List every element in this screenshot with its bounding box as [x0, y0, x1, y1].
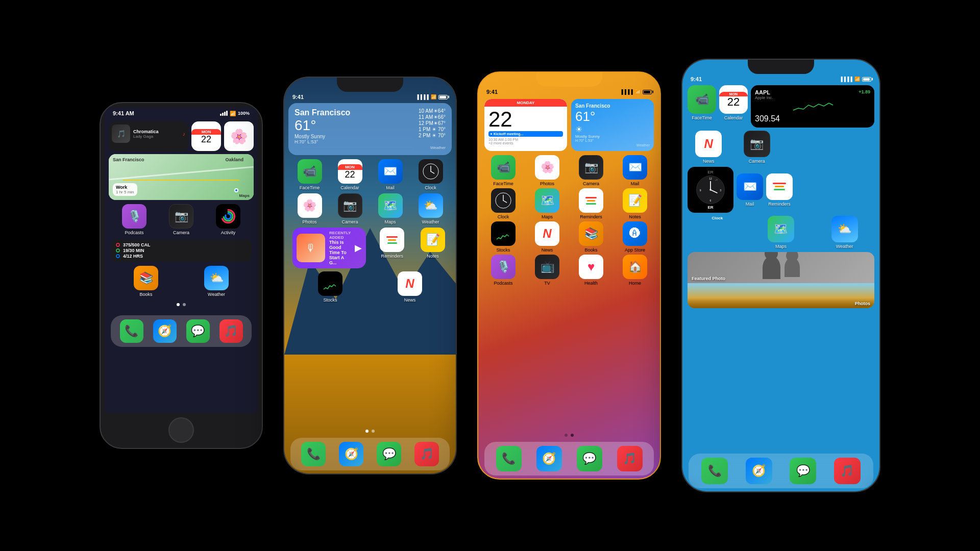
xr-weather-widget[interactable]: San Francisco 61° Mostly Sunny H:70° L:5… — [288, 103, 452, 155]
pro-stocks-widget[interactable]: AAPL Apple Inc. +1.89 309.54 — [751, 85, 874, 128]
p12-home[interactable]: 🏠 Home — [616, 255, 654, 286]
p12-appstore[interactable]: 🅐 App Store — [616, 221, 654, 253]
p12-tv[interactable]: 📺 TV — [528, 255, 566, 286]
se-camera-icon: 📷 — [169, 204, 193, 229]
se-music-widget: 🎵 Chromatica Lady Gaga ♪ — [109, 121, 188, 151]
pro-weather-app[interactable]: ⛅ Weather — [815, 216, 874, 249]
se-dock-safari[interactable]: 🧭 — [153, 319, 177, 343]
p12-notes-label: Notes — [629, 214, 641, 219]
xr-facetime[interactable]: 📹 FaceTime — [292, 159, 327, 190]
p12-stocks[interactable]: Stocks — [484, 221, 522, 253]
pro-facetime[interactable]: 📹 FaceTime — [688, 85, 716, 128]
p12-cal-day: 22 — [488, 109, 563, 130]
se-activity-details: 375/500 CAL 19/30 MIN 4/12 HRS — [111, 239, 252, 262]
xr-maps[interactable]: 🗺️ Maps — [373, 193, 407, 224]
xr-stocks[interactable]: Stocks — [292, 271, 368, 303]
se-dock-phone[interactable]: 📞 — [120, 319, 143, 343]
pro-dock-music[interactable]: 🎵 — [834, 458, 861, 484]
pro-photos-widget[interactable]: Featured Photo Photos — [688, 252, 874, 308]
p12-facetime[interactable]: 📹 FaceTime — [484, 155, 522, 186]
xr-clock[interactable]: Clock — [413, 159, 448, 190]
xr-notes[interactable]: 📝 Notes — [414, 228, 452, 259]
se-dock-music[interactable]: 🎵 — [219, 319, 243, 343]
pro-dock-safari[interactable]: 🧭 — [746, 458, 772, 484]
iphone-xr: 9:41 ▐▐▐▐ 📶 San Francisco 61° Mostly Sun… — [283, 77, 457, 474]
xr-weather-left: San Francisco 61° Mostly Sunny H:70° L:5… — [295, 108, 350, 144]
pro-news[interactable]: N News — [688, 131, 730, 164]
xr-dock-phone[interactable]: 📞 — [301, 442, 326, 466]
svg-point-19 — [709, 189, 711, 190]
xr-music-icon: 🎵 — [414, 442, 439, 466]
xr-podcast-widget[interactable]: 🎙 RECENTLY ADDED This Is Good Time To St… — [292, 228, 366, 268]
xr-safari-icon: 🧭 — [339, 442, 363, 466]
p12-podcasts[interactable]: 🎙️ Podcasts — [484, 255, 522, 286]
p12-mail[interactable]: ✉️ Mail — [616, 155, 654, 186]
p12-camera[interactable]: 📷 Camera — [572, 155, 610, 186]
xr-maps-icon: 🗺️ — [378, 193, 403, 218]
xr-mail[interactable]: ✉️ Mail — [373, 159, 407, 190]
xr-weather-label: Weather — [295, 145, 446, 150]
se-cal-header: MON — [191, 129, 221, 135]
pro-maps-app[interactable]: 🗺️ Maps — [751, 216, 811, 249]
se-podcasts-app[interactable]: 🎙️ Podcasts — [113, 204, 156, 235]
p12-news[interactable]: N News — [528, 221, 566, 253]
pro-reminders-icon — [766, 173, 793, 200]
pro-reminders-app[interactable]: Reminders — [766, 167, 793, 213]
p12-books[interactable]: 📚 Books — [572, 221, 610, 253]
se-map-label: Maps — [239, 193, 250, 198]
se-activity-rings-svg — [220, 208, 236, 224]
se-dock-messages[interactable]: 💬 — [186, 319, 210, 343]
p12-reminders[interactable]: Reminders — [572, 188, 610, 219]
xr-calendar[interactable]: MON 22 Calendar — [333, 159, 367, 190]
p12-stocks-label: Stocks — [496, 247, 510, 253]
p12-mail-label: Mail — [631, 181, 640, 186]
p12-status-icons: ▐▐▐▐ 📶 — [620, 89, 652, 94]
xr-reminders[interactable]: Reminders — [373, 228, 411, 259]
p12-safari-icon: 🧭 — [536, 446, 562, 471]
p12-notes-icon: 📝 — [623, 188, 647, 213]
pro-mail-app[interactable]: ✉️ Mail — [737, 167, 763, 213]
p12-cal-widget[interactable]: MONDAY 22 Kickoff meeting... 10:30 AM-1:… — [484, 99, 567, 151]
p12-appstore-icon: 🅐 — [623, 221, 647, 246]
xr-news[interactable]: N News — [372, 271, 448, 303]
xr-dock-safari[interactable]: 🧭 — [339, 442, 363, 466]
pro-clock-app[interactable]: Clock — [688, 216, 747, 249]
se-weather-app[interactable]: ⛅ Weather — [183, 266, 250, 297]
pro-weather-icon: ⛅ — [831, 216, 858, 242]
xr-photos[interactable]: 🌸 Photos — [292, 193, 327, 224]
p12-dock-music[interactable]: 🎵 — [617, 446, 643, 471]
pro-calendar[interactable]: MON 22 Calendar — [719, 85, 748, 128]
xr-dock-messages[interactable]: 💬 — [377, 442, 401, 466]
p12-dock-phone[interactable]: 📞 — [496, 446, 522, 471]
se-activity-min: 19/30 MIN — [116, 248, 247, 253]
xr-camera[interactable]: 📷 Camera — [333, 193, 367, 224]
pro-dock-phone[interactable]: 📞 — [701, 458, 728, 484]
p12-reminders-label: Reminders — [580, 214, 602, 219]
se-activity-widget[interactable]: Activity — [207, 204, 250, 235]
p12-podcasts-icon: 🎙️ — [491, 255, 516, 279]
p12-dock-messages[interactable]: 💬 — [577, 446, 602, 471]
se-camera-app[interactable]: 📷 Camera — [160, 204, 203, 235]
xr-forecast: 10 AM☀64° 11 AM☀66° 12 PM☀67° 1 PM☀70° 2… — [419, 108, 446, 138]
pro-dock-messages[interactable]: 💬 — [790, 458, 816, 484]
pro-row3: Clock 🗺️ Maps ⛅ Weather — [682, 215, 879, 250]
p12-weather-widget[interactable]: San Francisco 61° ☀ Mostly Sunny H:70° L… — [571, 99, 654, 151]
p12-mail-icon: ✉️ — [623, 155, 647, 180]
p12-cal-event-text: Kickoff meeting... — [494, 132, 523, 136]
xr-stocks-news: Reminders — [373, 228, 411, 268]
p12-notes[interactable]: 📝 Notes — [616, 188, 654, 219]
xr-dock-music[interactable]: 🎵 — [414, 442, 439, 466]
pro-camera[interactable]: 📷 Camera — [736, 131, 778, 164]
se-home-button[interactable] — [168, 417, 194, 443]
xr-weather[interactable]: ⛅ Weather — [413, 193, 448, 224]
pro-clock-widget[interactable]: ER 12 3 6 9 — [688, 167, 733, 213]
xr-widget-row: 🎙 RECENTLY ADDED This Is Good Time To St… — [288, 228, 452, 268]
xr-podcast-play[interactable]: ▶ — [355, 242, 362, 254]
p12-maps[interactable]: 🗺️ Maps — [528, 188, 566, 219]
p12-dock-safari[interactable]: 🧭 — [536, 446, 562, 471]
p12-clock[interactable]: Clock — [484, 188, 522, 219]
p12-photos[interactable]: 🌸 Photos — [528, 155, 566, 186]
p12-health[interactable]: ♥ Health — [572, 255, 610, 286]
pro-scenic-bg — [688, 283, 874, 309]
se-books-app[interactable]: 📚 Books — [113, 266, 179, 297]
